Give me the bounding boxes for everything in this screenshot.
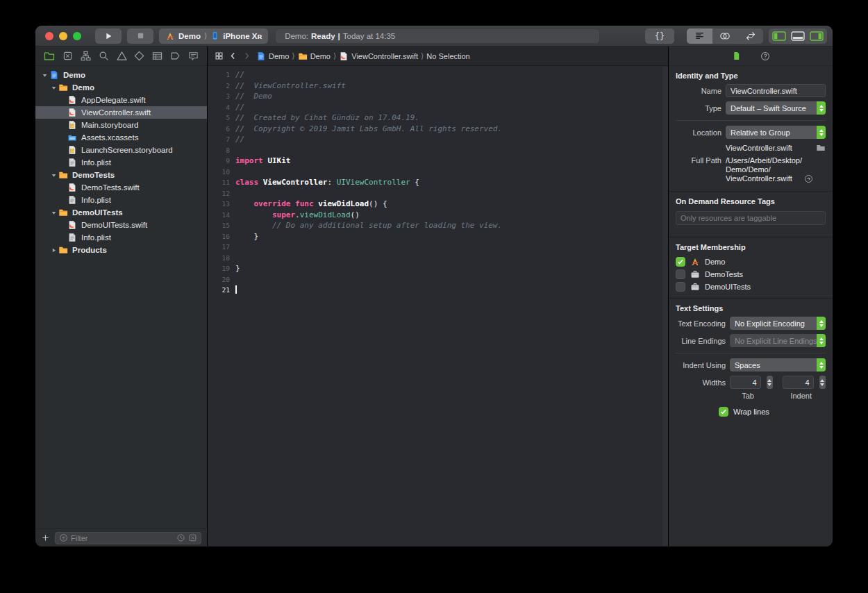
xcode-window: Demo ⟩ iPhone Xʀ Demo: Ready | Today at … (35, 26, 833, 546)
report-navigator-tab[interactable] (188, 51, 199, 61)
unsaved-files-icon[interactable] (188, 533, 197, 542)
indent-using-dropdown[interactable]: Spaces (730, 358, 826, 371)
source-control-navigator-tab[interactable] (62, 51, 73, 61)
navigator-panel-icon (772, 31, 786, 41)
tree-item-demo[interactable]: Demo (35, 81, 207, 94)
tree-item-demouitests[interactable]: DemoUITests (35, 206, 207, 219)
odr-tags-field[interactable]: Only resources are taggable (676, 211, 826, 225)
tree-item-demotests[interactable]: DemoTests (35, 169, 207, 181)
breadcrumb-item[interactable]: ViewController.swift (339, 51, 418, 61)
help-inspector-tab[interactable] (760, 51, 770, 61)
open-path-arrow-icon[interactable] (804, 174, 813, 183)
disclosure-down-icon[interactable] (41, 72, 49, 78)
code-line-6: 6// Copyright © 2019 Jamit Labs GmbH. Al… (208, 124, 668, 135)
breadcrumb-item[interactable]: Demo (298, 51, 331, 61)
tree-item-demouitests-swift[interactable]: DemoUITests.swift (35, 219, 207, 231)
target-checkbox[interactable] (676, 269, 685, 279)
tree-item-appdelegate-swift[interactable]: AppDelegate.swift (35, 94, 207, 106)
disclosure-down-icon[interactable] (50, 85, 58, 91)
target-checkbox[interactable] (676, 257, 685, 267)
indent-width-stepper[interactable] (819, 376, 826, 389)
find-navigator-tab[interactable] (99, 51, 109, 61)
version-editor-button[interactable] (737, 28, 763, 44)
filter-input[interactable]: Filter (55, 532, 201, 544)
toggle-inspector-button[interactable] (810, 31, 824, 41)
standard-editor-button[interactable] (687, 28, 712, 44)
source-editor: Demo⟩Demo⟩ViewController.swift⟩No Select… (208, 47, 668, 546)
back-button[interactable] (228, 51, 237, 60)
forward-button[interactable] (242, 51, 251, 60)
issue-navigator-tab[interactable] (117, 51, 127, 61)
tree-item-main-storyboard[interactable]: Main.storyboard (35, 119, 207, 131)
tree-item-products[interactable]: Products (35, 244, 207, 256)
location-value: Relative to Group (731, 128, 790, 137)
toggle-navigator-button[interactable] (772, 31, 786, 41)
toggle-debug-area-button[interactable] (791, 31, 805, 41)
name-value: ViewController.swift (731, 87, 797, 95)
location-dropdown[interactable]: Relative to Group (726, 126, 826, 139)
close-window-button[interactable] (45, 32, 53, 40)
code-line-8: 8 (208, 145, 668, 156)
text-encoding-label: Text Encoding (676, 319, 726, 328)
library-button[interactable]: {} (645, 28, 674, 44)
test-navigator-tab[interactable] (134, 51, 144, 61)
type-dropdown[interactable]: Default – Swift Source (726, 101, 826, 115)
editor-scrollbar[interactable] (662, 67, 668, 546)
name-label: Name (676, 87, 721, 95)
symbol-navigator-tab[interactable] (81, 51, 91, 61)
line-endings-dropdown[interactable]: No Explicit Line Endings (730, 334, 826, 347)
code-line-7: 7// (208, 134, 668, 145)
project-navigator-tab[interactable] (44, 51, 55, 62)
tree-item-launchscreen-storyboard[interactable]: LaunchScreen.storyboard (35, 144, 207, 156)
scheme-selector[interactable]: Demo ⟩ iPhone Xʀ (159, 28, 268, 44)
breadcrumb-label: Demo (310, 52, 331, 60)
tab-width-stepper[interactable] (767, 376, 773, 389)
debug-navigator-icon (152, 51, 162, 61)
assistant-editor-button[interactable] (712, 28, 738, 44)
status-time: Today at 14:35 (343, 32, 395, 40)
stepper-icon (817, 358, 826, 371)
target-checkbox[interactable] (676, 282, 685, 292)
name-field[interactable]: ViewController.swift (726, 84, 826, 97)
tree-item-viewcontroller-swift[interactable]: ViewController.swift (35, 106, 207, 119)
text-cursor (235, 285, 237, 294)
tree-item-demotests-swift[interactable]: DemoTests.swift (35, 181, 207, 194)
folder-file-icon (58, 83, 69, 92)
disclosure-down-icon[interactable] (50, 172, 58, 178)
debug-navigator-tab[interactable] (152, 51, 162, 61)
tree-item-info-plist[interactable]: Info.plist (35, 194, 207, 206)
tree-item-info-plist[interactable]: Info.plist (35, 156, 207, 169)
add-file-button[interactable] (41, 533, 50, 542)
text-encoding-dropdown[interactable]: No Explicit Encoding (730, 317, 826, 330)
indent-using-label: Indent Using (676, 361, 726, 369)
swift-file-icon (67, 220, 78, 230)
run-button[interactable] (95, 28, 122, 44)
code-line-13: 13 override func viewDidLoad() { (208, 199, 668, 210)
code-editor-area[interactable]: 1//2// ViewController.swift3// Demo4//5/… (208, 66, 668, 546)
disclosure-down-icon[interactable] (50, 210, 58, 216)
tree-item-demo[interactable]: Demo (35, 69, 207, 81)
breadcrumb-item[interactable]: Demo (256, 51, 289, 61)
activity-status-bar: Demo: Ready | Today at 14:35 (275, 28, 600, 44)
breakpoint-navigator-tab[interactable] (170, 51, 181, 61)
wrap-lines-checkbox[interactable] (719, 407, 728, 417)
tree-item-assets-xcassets[interactable]: Assets.xcassets (35, 131, 207, 144)
breadcrumb-item[interactable]: No Selection (426, 52, 469, 60)
tree-item-info-plist[interactable]: Info.plist (35, 231, 207, 244)
full-path-value: /Users/Arbeit/Desktop/ Demo/Demo/ ViewCo… (726, 156, 826, 183)
disclosure-right-icon[interactable] (50, 247, 58, 253)
standard-editor-icon (694, 31, 705, 41)
plist-file-icon (67, 195, 78, 205)
related-items-icon[interactable] (215, 51, 224, 60)
stop-button[interactable] (127, 28, 153, 44)
recent-files-icon[interactable] (176, 533, 185, 542)
xcode-app-icon (165, 31, 175, 41)
target-label: DemoTests (705, 270, 743, 278)
choose-folder-icon[interactable] (816, 143, 826, 153)
file-inspector-tab[interactable] (732, 51, 741, 61)
line-number: 8 (208, 145, 235, 156)
tab-width-field[interactable]: 4 (730, 376, 761, 389)
indent-width-field[interactable]: 4 (783, 376, 814, 389)
minimize-window-button[interactable] (59, 32, 67, 40)
zoom-window-button[interactable] (73, 32, 81, 40)
